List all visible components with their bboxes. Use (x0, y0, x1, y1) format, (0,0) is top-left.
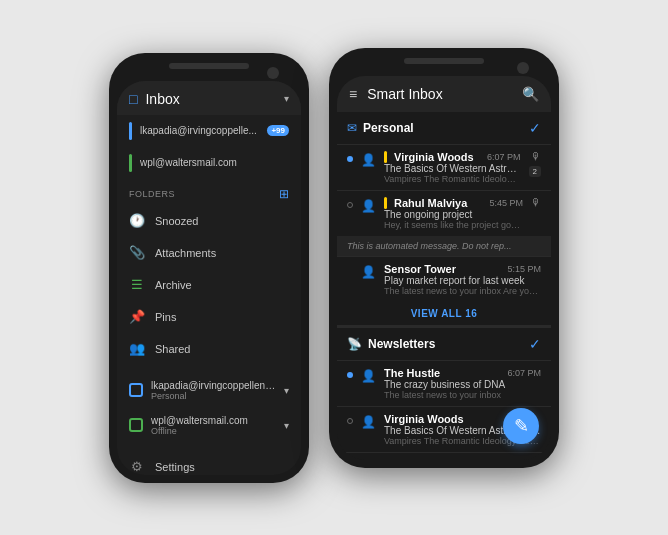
view-all-text: VIEW ALL 16 (411, 308, 478, 319)
bottom-account-icon-1 (129, 383, 143, 397)
inbox-header: ≡ Smart Inbox 🔍 (337, 76, 551, 112)
account-bar-1 (129, 122, 132, 140)
sensor-sender-row: Sensor Tower 5:15 PM (384, 263, 541, 275)
compose-icon: ✎ (514, 415, 529, 437)
email-sender-row-1: Virginia Woods 6:07 PM (384, 151, 521, 163)
smart-inbox: ≡ Smart Inbox 🔍 ✉ Personal ✓ (337, 76, 551, 460)
bottom-account-type-2: Offline (151, 426, 276, 436)
bottom-account-2[interactable]: wpl@waltersmail.com Offline ▾ (117, 408, 301, 443)
archive-label: Archive (155, 279, 192, 291)
right-phone: ≡ Smart Inbox 🔍 ✉ Personal ✓ (329, 48, 559, 468)
nl-dot-2 (347, 418, 353, 424)
email-time-2: 5:45 PM (489, 198, 523, 208)
left-phone-screen: □ Inbox ▾ lkapadia@irvingcoppelle... +99… (117, 81, 301, 475)
email-meta-2: 🎙 (531, 197, 541, 208)
priority-bar-2 (384, 197, 387, 209)
sidebar-item-pins[interactable]: 📌 Pins (117, 301, 301, 333)
automated-message: This is automated message. Do not rep... (337, 236, 551, 256)
sidebar-item-attachments[interactable]: 📎 Attachments (117, 237, 301, 269)
folders-icon: ⊞ (279, 187, 289, 201)
settings-icon: ⚙ (129, 459, 145, 475)
account-bar-2 (129, 154, 132, 172)
newsletters-header: 📡 Newsletters ✓ (337, 326, 551, 360)
email-sender-row-2: Rahul Malviya 5:45 PM (384, 197, 523, 209)
email-content-1: Virginia Woods 6:07 PM The Basics Of Wes… (384, 151, 521, 184)
email-item-virginia[interactable]: 👤 Virginia Woods 6:07 PM The Basics Of W… (337, 144, 551, 190)
email-preview-1: Vampires The Romantic Ideology Behin... (384, 174, 521, 184)
email-sender-1: Virginia Woods (394, 151, 483, 163)
sensor-item[interactable]: 👤 Sensor Tower 5:15 PM Play market repor… (337, 256, 551, 302)
newsletters-check-icon: ✓ (529, 336, 541, 352)
account-email-2: wpl@waltersmail.com (140, 157, 289, 168)
right-camera-notch (517, 62, 529, 74)
sidebar-item-archive[interactable]: ☰ Archive (117, 269, 301, 301)
avatar-icon-1: 👤 (361, 153, 376, 167)
bottom-account-dropdown-2: ▾ (284, 420, 289, 431)
account-badge-1: +99 (267, 125, 289, 136)
settings-label: Settings (155, 461, 195, 473)
nl-time-1: 6:07 PM (507, 368, 541, 378)
bottom-account-info-1: lkapadia@irvingcoppellen.... Personal (151, 380, 276, 401)
bottom-account-info-2: wpl@waltersmail.com Offline (151, 415, 276, 436)
attach-icon-1: 🎙 (531, 151, 541, 162)
newsletter-item-hustle[interactable]: 👤 The Hustle 6:07 PM The crazy business … (337, 360, 551, 406)
email-dot-1 (347, 156, 353, 162)
sensor-sender: Sensor Tower (384, 263, 503, 275)
nl-sender-1: The Hustle (384, 367, 503, 379)
sidebar-item-shared[interactable]: 👥 Shared (117, 333, 301, 365)
pins-icon: 📌 (129, 309, 145, 325)
bottom-account-email-2: wpl@waltersmail.com (151, 415, 276, 426)
left-phone: □ Inbox ▾ lkapadia@irvingcoppelle... +99… (109, 53, 309, 483)
email-content-2: Rahul Malviya 5:45 PM The ongoing projec… (384, 197, 523, 230)
personal-category-title: Personal (363, 121, 523, 135)
snoozed-icon: 🕐 (129, 213, 145, 229)
sidebar-item-settings[interactable]: ⚙ Settings (117, 451, 301, 475)
search-icon[interactable]: 🔍 (522, 86, 539, 102)
account-email-1: lkapadia@irvingcoppelle... (140, 125, 259, 136)
email-sender-2: Rahul Malviya (394, 197, 485, 209)
nl-avatar-icon-2: 👤 (361, 415, 376, 429)
email-time-1: 6:07 PM (487, 152, 521, 162)
folders-section-label: Folders ⊞ (117, 179, 301, 205)
automated-text: This is automated message. Do not rep... (347, 241, 512, 251)
nl-sender-row-1: The Hustle 6:07 PM (384, 367, 541, 379)
sensor-avatar-icon: 👤 (361, 265, 376, 279)
personal-check-icon: ✓ (529, 120, 541, 136)
email-preview-2: Hey, it seems like the project goes by..… (384, 220, 523, 230)
priority-bar-1 (384, 151, 387, 163)
bottom-account-dropdown-1: ▾ (284, 385, 289, 396)
inbox-icon: □ (129, 91, 137, 107)
attachments-label: Attachments (155, 247, 216, 259)
nl-avatar-icon-1: 👤 (361, 369, 376, 383)
compose-fab[interactable]: ✎ (503, 408, 539, 444)
personal-category-icon: ✉ (347, 121, 357, 135)
bottom-account-1[interactable]: lkapadia@irvingcoppellen.... Personal ▾ (117, 373, 301, 408)
bottom-account-email-1: lkapadia@irvingcoppellen.... (151, 380, 276, 391)
view-all-row[interactable]: VIEW ALL 16 (337, 302, 551, 325)
account-item-1[interactable]: lkapadia@irvingcoppelle... +99 (117, 115, 301, 147)
pins-label: Pins (155, 311, 176, 323)
sensor-content: Sensor Tower 5:15 PM Play market report … (384, 263, 541, 296)
email-subject-1: The Basics Of Western Astrology Expl... (384, 163, 521, 174)
attach-icon-2: 🎙 (531, 197, 541, 208)
email-meta-1: 🎙 2 (529, 151, 541, 177)
avatar-icon-2: 👤 (361, 199, 376, 213)
personal-section: ✉ Personal ✓ 👤 Virginia Woods (337, 112, 551, 326)
sensor-preview: The latest news to your inbox Are your..… (384, 286, 541, 296)
sidebar-item-snoozed[interactable]: 🕐 Snoozed (117, 205, 301, 237)
right-phone-screen: ≡ Smart Inbox 🔍 ✉ Personal ✓ (337, 76, 551, 460)
sensor-time: 5:15 PM (507, 264, 541, 274)
newsletters-icon: 📡 (347, 337, 362, 351)
hamburger-icon[interactable]: ≡ (349, 86, 357, 102)
sidebar-title: Inbox (145, 91, 276, 107)
dropdown-icon: ▾ (284, 93, 289, 104)
newsletters-title: Newsletters (368, 337, 523, 351)
bottom-account-type-1: Personal (151, 391, 276, 401)
account-item-2[interactable]: wpl@waltersmail.com (117, 147, 301, 179)
bottom-account-icon-2 (129, 418, 143, 432)
personal-header: ✉ Personal ✓ (337, 112, 551, 144)
sensor-spacer (347, 263, 353, 269)
sidebar-header[interactable]: □ Inbox ▾ (117, 81, 301, 115)
folders-label: Folders (129, 189, 175, 199)
email-item-rahul[interactable]: 👤 Rahul Malviya 5:45 PM The ongoing proj… (337, 190, 551, 236)
